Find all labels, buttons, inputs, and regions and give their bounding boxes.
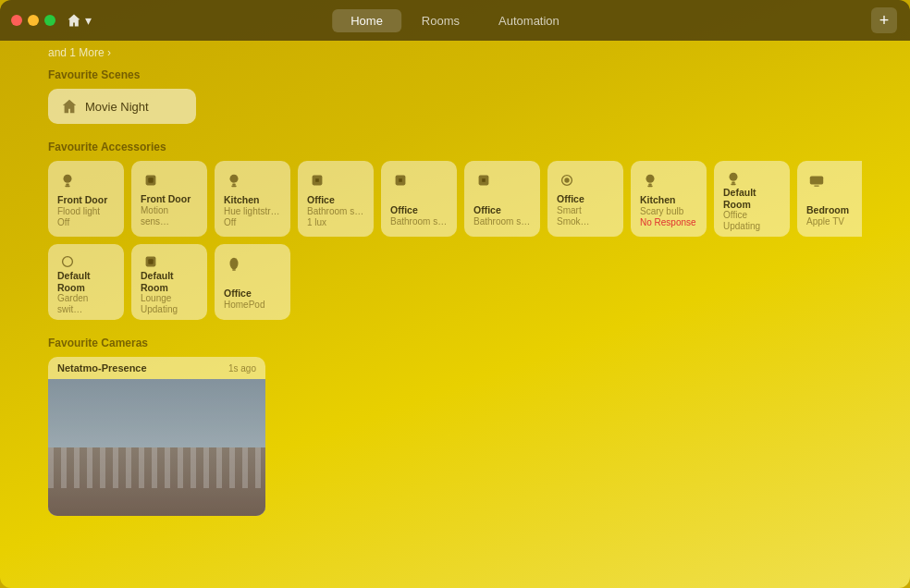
- accessory-office-bathroom2[interactable]: Office Bathroom s…: [381, 161, 457, 237]
- accessory-location: Garden swit…: [57, 293, 115, 315]
- svg-rect-18: [647, 185, 652, 187]
- svg-point-27: [230, 258, 239, 270]
- content-area: and 1 More › Favourite Scenes Movie Nigh…: [0, 41, 910, 588]
- accessories-row-1: Front Door Flood light Off Front Door Mo…: [48, 161, 862, 237]
- accessory-name: Default Room: [723, 187, 781, 210]
- accessories-rows: Front Door Flood light Off Front Door Mo…: [48, 161, 862, 320]
- svg-rect-4: [148, 178, 153, 182]
- svg-point-5: [230, 175, 239, 183]
- svg-rect-6: [232, 184, 236, 186]
- svg-point-19: [730, 173, 738, 181]
- accessory-location: Bathroom s…: [390, 216, 448, 227]
- accessory-location: Bathroom s…: [473, 216, 531, 227]
- accessory-front-door-motion[interactable]: Front Door Motion sens…: [131, 161, 207, 237]
- accessory-name: Default Room: [57, 270, 115, 293]
- accessory-office-bathroom1[interactable]: Office Bathroom s… 1 lux: [298, 161, 374, 237]
- accessory-location: Flood light: [57, 206, 115, 217]
- accessory-default-room-office[interactable]: Default Room Office Updating: [714, 161, 790, 237]
- favourite-scenes-section: Favourite Scenes Movie Night: [48, 68, 862, 124]
- camera-preview-inner: [48, 379, 265, 516]
- tab-rooms[interactable]: Rooms: [403, 9, 478, 32]
- svg-rect-26: [148, 259, 153, 263]
- camera-preview: [48, 379, 265, 516]
- accessory-name: Office: [390, 204, 448, 216]
- accessory-updating: Updating: [723, 221, 781, 231]
- favourite-accessories-title: Favourite Accessories: [48, 141, 862, 153]
- accessory-location: Smart Smok…: [557, 205, 614, 227]
- svg-rect-22: [810, 177, 823, 185]
- bulb-icon: [723, 170, 744, 187]
- nav-tabs: Home Rooms Automation: [332, 9, 578, 32]
- accessory-name: Front Door: [57, 194, 115, 206]
- svg-rect-2: [65, 185, 69, 187]
- minimize-button[interactable]: [28, 15, 39, 26]
- accessory-office-homepod[interactable]: Office HomePod: [215, 244, 290, 320]
- accessory-bedroom-appletv[interactable]: Bedroom Apple TV: [797, 161, 862, 237]
- accessory-name: Office: [307, 194, 364, 206]
- accessory-location: Apple TV: [806, 216, 862, 227]
- tab-home[interactable]: Home: [332, 9, 401, 32]
- camera-overlay: [48, 379, 265, 516]
- close-button[interactable]: [11, 15, 22, 26]
- accessory-status: 1 lux: [307, 217, 364, 227]
- scene-name: Movie Night: [85, 100, 149, 114]
- tv-icon: [806, 170, 827, 190]
- smoke-icon: [557, 170, 577, 190]
- accessories-row-2: Default Room Garden swit… Default Room L…: [48, 244, 862, 320]
- svg-rect-1: [66, 184, 69, 186]
- camera-card-netatmo[interactable]: Netatmo-Presence 1s ago: [48, 357, 265, 516]
- bulb-icon: [640, 170, 660, 190]
- accessory-no-response: No Response: [640, 217, 697, 227]
- svg-rect-11: [399, 178, 402, 182]
- accessory-location: HomePod: [224, 300, 281, 311]
- svg-point-0: [64, 175, 72, 183]
- accessory-default-room-lounge[interactable]: Default Room Lounge Updating: [131, 244, 207, 320]
- accessory-name: Bedroom: [806, 204, 862, 216]
- tab-automation[interactable]: Automation: [480, 9, 578, 32]
- camera-header: Netatmo-Presence 1s ago: [48, 357, 265, 379]
- switch-icon: [57, 253, 78, 270]
- accessory-default-room-garden[interactable]: Default Room Garden swit…: [48, 244, 124, 320]
- svg-rect-28: [232, 269, 236, 270]
- camera-time: 1s ago: [228, 363, 256, 374]
- accessory-location: Lounge: [141, 293, 198, 304]
- camera-name: Netatmo-Presence: [57, 362, 147, 374]
- scene-card-movie-night[interactable]: Movie Night: [48, 89, 196, 124]
- accessory-kitchen-hue[interactable]: Kitchen Hue lightstr… Off: [215, 161, 290, 237]
- accessory-kitchen-scary[interactable]: Kitchen Scary bulb No Response: [631, 161, 707, 237]
- accessory-front-door-flood[interactable]: Front Door Flood light Off: [48, 161, 124, 237]
- home-dropdown-arrow: ▾: [85, 13, 92, 28]
- svg-point-15: [564, 178, 569, 182]
- accessory-updating: Updating: [141, 304, 198, 314]
- sensor-icon: [141, 170, 161, 190]
- svg-rect-13: [482, 178, 486, 182]
- accessory-name: Office: [557, 193, 614, 205]
- svg-rect-23: [814, 185, 818, 186]
- svg-point-16: [646, 175, 655, 183]
- svg-rect-20: [732, 182, 735, 184]
- accessory-location: Bathroom s…: [307, 206, 364, 217]
- svg-rect-17: [648, 184, 652, 186]
- favourite-cameras-title: Favourite Cameras: [48, 337, 862, 349]
- svg-rect-21: [731, 183, 735, 185]
- sensor-icon: [141, 253, 161, 270]
- bulb-icon: [57, 170, 78, 190]
- accessory-office-bathroom3[interactable]: Office Bathroom s…: [464, 161, 540, 237]
- plug-icon: [473, 170, 494, 190]
- favourite-scenes-title: Favourite Scenes: [48, 68, 862, 81]
- accessory-location: Office: [723, 210, 781, 221]
- svg-point-24: [63, 257, 73, 267]
- fullscreen-button[interactable]: [44, 15, 55, 26]
- home-icon-button[interactable]: ▾: [67, 13, 92, 28]
- accessory-office-smoke[interactable]: Office Smart Smok…: [547, 161, 623, 237]
- more-link[interactable]: and 1 More ›: [48, 46, 862, 59]
- accessory-status: Off: [224, 217, 281, 227]
- app-window: ▾ Home Rooms Automation + and 1 More › F…: [0, 0, 910, 588]
- accessory-location: Motion sens…: [141, 205, 198, 227]
- home-icon: [67, 13, 81, 28]
- accessory-location: Scary bulb: [640, 206, 697, 217]
- add-button[interactable]: +: [871, 7, 897, 33]
- accessory-name: Kitchen: [640, 194, 697, 206]
- accessory-name: Office: [224, 288, 281, 300]
- accessory-location: Hue lightstr…: [224, 206, 281, 217]
